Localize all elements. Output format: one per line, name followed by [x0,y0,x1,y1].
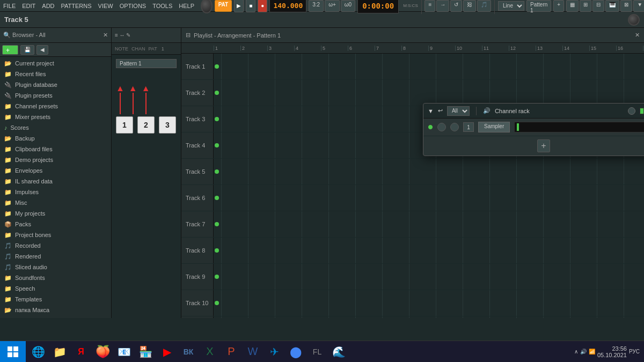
snap-btn[interactable]: 3:2 [309,0,324,12]
add-channel-button[interactable]: + [537,139,550,152]
browser-item-14[interactable]: 📁My projects [0,208,111,219]
menu-view[interactable]: VIEW [98,3,113,9]
browser-item-12[interactable]: 📁Impulses [0,187,111,197]
menu-file[interactable]: FILE [3,3,16,9]
steps-btn[interactable]: ⊟ [592,0,604,12]
browser-save-btn[interactable]: 💾 [20,45,34,55]
channel-rack-nav[interactable]: ▼ [428,108,434,114]
pat-button[interactable]: PAT [215,0,232,12]
browser-item-20[interactable]: 📁Soundfonts [0,272,111,283]
channel-rack-undo[interactable]: ↩ [438,107,443,114]
record-button[interactable]: ● [258,0,267,12]
taskbar-folder-icon[interactable]: 📁 [49,342,70,361]
taskbar-fl2-icon[interactable]: FL [307,342,327,361]
track-cells-5[interactable] [214,159,644,184]
menu-tools[interactable]: TOOLS [152,3,172,9]
menu-add[interactable]: ADD [42,3,54,9]
start-button[interactable] [0,341,26,363]
browser-item-8[interactable]: 📁Clipboard files [0,144,111,154]
browser-item-2[interactable]: 🔌Plugin database [0,79,111,90]
channel-sampler-btn[interactable]: Sampler [478,122,510,132]
browser-add-btn[interactable]: + [2,45,18,55]
browser-item-17[interactable]: 🎵Recorded [0,240,111,251]
add-pattern-btn[interactable]: + [553,0,564,12]
browser-item-11[interactable]: 📁IL shared data [0,176,111,187]
taskbar-vk-icon[interactable]: ВК [178,342,199,361]
taskbar-store-icon[interactable]: 🏪 [135,342,156,361]
taskbar-chrome-icon[interactable]: ⬤ [286,342,306,361]
menu-options[interactable]: OPTIONS [120,3,147,9]
browser-item-5[interactable]: 📁Mixer presets [0,112,111,122]
track-cells-10[interactable] [214,290,644,316]
taskbar-yandex-icon[interactable]: Я [71,342,91,361]
browser-item-23[interactable]: 📂папка Макса [0,305,111,315]
arrangement-close-icon[interactable]: ✕ [635,32,640,39]
browser-item-22[interactable]: 📁Templates [0,294,111,305]
pattern-btn-3[interactable]: 3 [159,116,176,134]
channel-mute-1[interactable] [437,123,446,131]
browser-item-7[interactable]: 📂Backup [0,133,111,144]
taskbar-youtube-icon[interactable]: ▶ [157,342,177,361]
channel-solo-1[interactable] [450,123,459,131]
mode-select[interactable]: Line [498,1,524,11]
browser-item-19[interactable]: 🎵Sliced audio [0,262,111,272]
menu-edit[interactable]: EDIT [22,3,35,9]
browser-arrow-btn[interactable]: ◀ [36,45,48,55]
pattern-select[interactable]: Pattern 1 [526,0,551,12]
track-cells-7[interactable] [214,211,644,237]
browser-item-3[interactable]: 🔌Plugin presets [0,90,111,101]
browser-item-15[interactable]: 📦Packs [0,219,111,230]
taskbar-ie-icon[interactable]: 🌐 [28,342,48,361]
filter-btn[interactable]: ▼ [633,0,644,12]
play-button[interactable]: ▶ [234,0,244,12]
view-btn2[interactable]: → [436,0,449,12]
track-cells-9[interactable] [214,264,644,290]
taskbar-fl-icon[interactable]: 🍑 [92,342,113,361]
snap-btn2[interactable]: ω+ [325,0,340,12]
track-cells-6[interactable] [214,185,644,211]
pattern-name-btn[interactable]: Pattern 1 [116,59,177,68]
tempo-display[interactable]: 140.000 [269,0,306,12]
track-cells-2[interactable] [214,80,644,106]
tray-network[interactable]: 📶 [589,349,595,354]
channel-filter-select[interactable]: All [447,106,470,116]
tray-speaker[interactable]: 🔊 [580,349,587,354]
browser-item-21[interactable]: 📁Speech [0,283,111,294]
taskbar-mail-icon[interactable]: 📧 [114,342,134,361]
arrangement-nav-icon[interactable]: ⊟ [186,32,191,39]
track-cells-11[interactable] [214,316,644,318]
track-volume-knob[interactable] [628,14,640,26]
browser-close-icon[interactable]: ✕ [103,32,108,39]
browser-item-6[interactable]: ♪Scores [0,122,111,133]
taskbar-browser-icon[interactable]: 🌊 [328,342,349,361]
snap-btn3[interactable]: ω0 [341,0,355,12]
browser-item-10[interactable]: 📁Envelopes [0,165,111,176]
browser-item-4[interactable]: 📁Channel presets [0,101,111,112]
pattern-btn-2[interactable]: 2 [137,116,155,134]
tray-arrow[interactable]: ∧ [574,349,578,354]
pattern-btn-1[interactable]: 1 [116,116,133,134]
browser-item-9[interactable]: 📁Demo projects [0,154,111,165]
master-volume-knob[interactable] [201,0,213,13]
channel-rack-mute[interactable] [628,107,635,115]
browser-item-1[interactable]: 📁Recent files [0,69,111,79]
fx-btn[interactable]: ⊞ [580,0,591,12]
channel-led-1[interactable] [428,124,433,130]
browser-item-16[interactable]: 📁Project bones [0,230,111,240]
browser-item-0[interactable]: 📂Current project [0,58,111,69]
track-cells-1[interactable] [214,54,644,79]
track-cells-8[interactable] [214,238,644,263]
piano-btn[interactable]: 🎹 [605,0,619,12]
taskbar-telegram-icon[interactable]: ✈ [264,342,284,361]
stop-button[interactable]: ■ [246,0,255,12]
view-btn1[interactable]: ≡ [425,0,435,12]
menu-help[interactable]: HELP [179,3,194,9]
view-btn3[interactable]: ↺ [450,0,462,12]
taskbar-powerpoint-icon[interactable]: P [221,342,241,361]
mixer-btn[interactable]: ▦ [566,0,579,12]
view-btn5[interactable]: 🎵 [477,0,491,12]
settings-btn[interactable]: ⊠ [620,0,632,12]
browser-item-18[interactable]: 🎵Rendered [0,251,111,262]
taskbar-word-icon[interactable]: W [243,342,263,361]
taskbar-excel-icon[interactable]: X [200,342,220,361]
